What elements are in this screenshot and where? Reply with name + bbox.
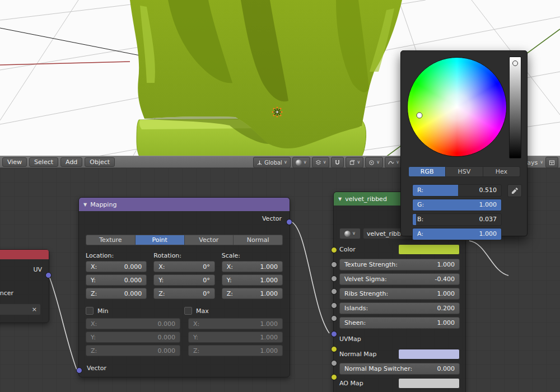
cloth-object[interactable] [130, 0, 402, 164]
menu-select[interactable]: Select [29, 157, 58, 167]
scale-label: Scale: [222, 252, 283, 259]
islands-socket[interactable] [331, 302, 337, 309]
color-wheel[interactable] [407, 57, 507, 157]
normal-map-socket[interactable] [331, 346, 337, 352]
layers-dropdown[interactable]: ∨ [312, 157, 330, 168]
max-x-field[interactable]: X:1.000 [188, 318, 283, 329]
sheen-slider[interactable]: Sheen:1.000 [339, 317, 460, 329]
name-field-with-clear[interactable]: × [0, 304, 41, 315]
node-header[interactable] [0, 250, 49, 259]
scale-y-field[interactable]: Y:1.000 [222, 274, 283, 286]
scale-z-field[interactable]: Z:1.000 [222, 288, 283, 299]
mode-vector-button[interactable]: Vector [185, 235, 234, 245]
normal-map-swatch[interactable] [398, 349, 460, 360]
scale-x-field[interactable]: X:1.000 [222, 261, 283, 272]
chevron-down-icon: ∨ [376, 160, 380, 165]
tab-hsv[interactable]: HSV [446, 166, 483, 177]
texture-strength-slider[interactable]: Texture Strength:1.000 [339, 259, 460, 270]
mapping-mode-buttons: Texture Point Vector Normal [86, 235, 283, 245]
x-axis-line [0, 62, 130, 65]
menu-view[interactable]: View [2, 157, 27, 167]
object-origin-widget[interactable] [272, 106, 282, 117]
mapping-node[interactable]: ▼ Mapping Vector Texture Point Vector No… [78, 197, 290, 377]
shading-sphere-icon [296, 160, 302, 166]
ribs-strength-slider[interactable]: Ribs Strength:1.000 [339, 288, 460, 300]
ao-map-socket[interactable] [331, 374, 337, 380]
collapse-triangle-icon[interactable]: ▼ [338, 197, 342, 202]
value-slider[interactable] [509, 57, 521, 158]
normal-map-switcher-socket[interactable] [331, 360, 337, 366]
snap-toggle-button[interactable] [331, 157, 344, 168]
rotation-label: Rotation: [153, 252, 214, 259]
min-y-field[interactable]: Y:0.000 [86, 332, 180, 343]
texture-coordinate-node-partial[interactable]: UV ancer × [0, 249, 49, 323]
min-z-field[interactable]: Z:0.000 [86, 345, 180, 356]
ribs-strength-socket[interactable] [331, 288, 337, 295]
rotation-y-field[interactable]: Y:0° [153, 274, 214, 286]
velvet-sigma-socket[interactable] [331, 276, 337, 282]
overlays-dropdown-partial[interactable]: ays [527, 159, 538, 166]
uvmap-input-label: UVMap [339, 335, 361, 343]
max-z-field[interactable]: Z:1.000 [188, 345, 283, 356]
mapping-node-header[interactable]: ▼ Mapping [79, 198, 290, 211]
magnet-icon [334, 160, 340, 166]
vector-output-label: Vector [262, 215, 282, 222]
rotation-x-field[interactable]: X:0° [153, 261, 214, 272]
red-channel-slider[interactable]: R: 0.510 [412, 184, 502, 197]
viewport-toolbar: Global ∨ ∨ ∨ [253, 157, 423, 168]
normal-map-switcher-slider[interactable]: Normal Map Switcher:0.000 [339, 363, 460, 375]
mode-point-button[interactable]: Point [136, 235, 185, 245]
ao-map-label: AO Map [339, 380, 363, 387]
location-y-field[interactable]: Y:0.000 [86, 274, 147, 286]
green-channel-slider[interactable]: G: 1.000 [412, 199, 502, 211]
uv-output-socket[interactable] [45, 272, 52, 278]
color-wheel-cursor[interactable] [417, 113, 423, 119]
vector-input-label: Vector [87, 365, 106, 372]
rotation-z-field[interactable]: Z:0° [153, 288, 214, 299]
collapse-triangle-icon[interactable]: ▼ [83, 202, 87, 207]
uvmap-input-socket[interactable] [331, 331, 337, 337]
color-mode-tabs: RGB HSV Hex [408, 166, 520, 177]
menu-object[interactable]: Object [85, 157, 115, 167]
node-title: velvet_ribbed [345, 195, 387, 203]
tab-hex[interactable]: Hex [483, 166, 520, 177]
texture-strength-socket[interactable] [331, 262, 337, 268]
min-checkbox[interactable] [86, 307, 94, 315]
proportional-edit-dropdown[interactable]: ∨ [365, 157, 383, 168]
material-browse-dropdown[interactable]: ∨ [339, 228, 361, 239]
display-mode-button[interactable] [545, 157, 558, 168]
material-sphere-icon [344, 231, 351, 237]
eyedropper-button[interactable] [507, 184, 522, 197]
color-input-socket[interactable] [331, 247, 337, 253]
eyedropper-icon [511, 187, 519, 194]
location-x-field[interactable]: X:0.000 [86, 261, 147, 272]
vector-input-socket[interactable] [76, 367, 82, 374]
uv-output-label: UV [33, 266, 42, 276]
min-x-field[interactable]: X:0.000 [86, 318, 180, 329]
viewport-shading-dropdown[interactable]: ∨ [292, 157, 310, 168]
alpha-channel-slider[interactable]: A: 1.000 [412, 228, 502, 240]
ao-map-swatch[interactable] [398, 378, 460, 389]
location-z-field[interactable]: Z:0.000 [86, 288, 147, 299]
value-slider-handle[interactable] [512, 60, 518, 66]
max-checkbox[interactable] [184, 307, 192, 315]
velvet-sigma-slider[interactable]: Velvet Sigma:-0.400 [339, 273, 460, 285]
max-y-field[interactable]: Y:1.000 [188, 332, 283, 343]
location-label: Location: [86, 252, 147, 259]
tab-rgb[interactable]: RGB [408, 166, 446, 177]
mode-normal-button[interactable]: Normal [234, 235, 283, 245]
sheen-socket[interactable] [331, 315, 337, 321]
color-swatch[interactable] [398, 244, 460, 255]
menu-add[interactable]: Add [60, 157, 82, 167]
vector-output-socket[interactable] [286, 219, 292, 225]
islands-slider[interactable]: Islands:0.200 [339, 302, 460, 314]
min-label: Min [97, 307, 109, 315]
falloff-curve-icon [388, 160, 394, 166]
blue-channel-slider[interactable]: B: 0.037 [412, 213, 502, 226]
transform-orientation-dropdown[interactable]: Global ∨ [253, 157, 291, 168]
snap-element-dropdown[interactable]: ∨ [346, 157, 363, 168]
partial-text: ancer [0, 290, 13, 297]
clear-icon[interactable]: × [32, 306, 37, 313]
mode-texture-button[interactable]: Texture [86, 235, 136, 245]
rgba-channel-sliders: R: 0.510 G: 1.000 B: 0.037 A: 1.000 [412, 184, 502, 242]
